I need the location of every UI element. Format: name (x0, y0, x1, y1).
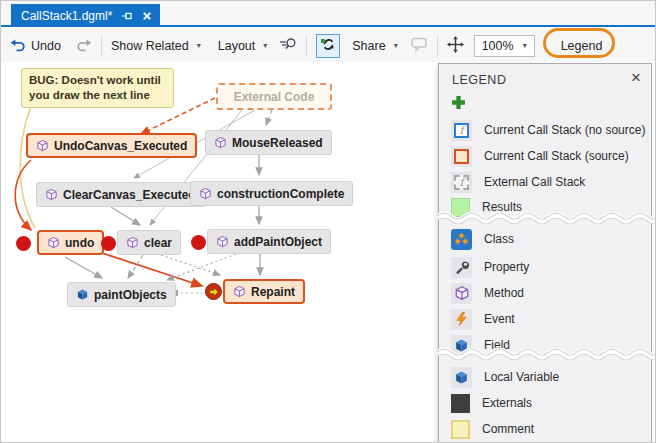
tab-title: CallStack1.dgml* (21, 9, 112, 23)
node-label: constructionComplete (217, 187, 344, 201)
current-line-marker-icon[interactable] (205, 283, 222, 300)
chevron-down-icon: ▾ (197, 41, 201, 50)
legend-title: LEGEND (452, 73, 506, 87)
legend-item-externals[interactable]: Externals (439, 390, 651, 416)
redo-button[interactable] (76, 37, 92, 55)
node-constructioncomplete[interactable]: constructionComplete (190, 181, 353, 206)
node-label: paintObjects (94, 288, 167, 302)
callstack-source-icon (451, 146, 472, 167)
legend-item-label: Current Call Stack (source) (484, 149, 629, 163)
method-icon (216, 235, 229, 248)
legend-item-external-callstack[interactable]: f External Call Stack (439, 169, 651, 195)
undo-icon (10, 37, 26, 55)
node-addpaintobject[interactable]: addPaintObject (207, 229, 331, 254)
node-label: UndoCanvas_Executed (54, 139, 187, 153)
method-icon (36, 139, 49, 152)
node-external-code[interactable]: External Code (216, 83, 332, 110)
method-icon (47, 236, 60, 249)
legend-item-comment[interactable]: Comment (439, 416, 651, 442)
close-icon[interactable]: × (142, 8, 151, 23)
field-icon (76, 288, 89, 301)
neighborhood-zoom-button[interactable] (278, 36, 297, 55)
external-callstack-icon: f (451, 172, 472, 193)
node-undocanvas-executed[interactable]: UndoCanvas_Executed (26, 133, 197, 158)
node-label: addPaintObject (234, 235, 322, 249)
zoom-value: 100% (482, 39, 514, 53)
comment-bubble-icon (411, 37, 428, 55)
property-icon (451, 257, 472, 278)
node-mousereleased[interactable]: MouseReleased (205, 130, 332, 155)
legend-item-label: Method (484, 286, 524, 300)
toolbar-separator (101, 36, 102, 56)
comment-button-disabled[interactable] (411, 37, 428, 55)
node-label: undo (65, 236, 94, 250)
node-clear[interactable]: clear (117, 230, 181, 255)
pan-button[interactable] (447, 36, 464, 56)
breakpoint-icon[interactable] (101, 236, 116, 251)
legend-item-label: Comment (482, 422, 534, 436)
legend-item-label: Property (484, 260, 529, 274)
legend-item-current-callstack-source[interactable]: Current Call Stack (source) (439, 143, 651, 169)
close-icon[interactable]: × (631, 69, 641, 86)
node-clearcanvas-executed[interactable]: ClearCanvas_Executed (36, 182, 205, 207)
chevron-down-icon: ▾ (394, 41, 398, 50)
legend-item-current-callstack-no-source[interactable]: f Current Call Stack (no source) (439, 117, 651, 143)
node-paintobjects[interactable]: paintObjects (67, 282, 176, 307)
comment-text: BUG: Doesn't work until you draw the nex… (29, 74, 161, 101)
layout-label: Layout (218, 39, 256, 53)
legend-item-label: External Call Stack (484, 175, 585, 189)
pan-icon (447, 36, 464, 56)
callstack-no-source-icon: f (451, 120, 472, 141)
sync-toggle-button[interactable] (316, 34, 340, 58)
method-icon (199, 187, 212, 200)
method-icon (233, 285, 246, 298)
toolbar: Undo Show Related ▾ Layout ▾ (1, 29, 655, 62)
legend-item-event[interactable]: Event (439, 306, 651, 332)
breakpoint-icon[interactable] (191, 235, 206, 250)
legend-item-label: Local Variable (484, 370, 559, 384)
method-icon (45, 188, 58, 201)
pin-icon[interactable] (121, 10, 133, 22)
node-undo[interactable]: undo (37, 230, 104, 255)
plus-icon (451, 95, 466, 110)
legend-item-local-variable[interactable]: Local Variable (439, 364, 651, 390)
legend-item-property[interactable]: Property (439, 254, 651, 280)
node-repaint[interactable]: Repaint (223, 279, 305, 304)
legend-item-class[interactable]: Class (439, 226, 651, 252)
redo-icon (76, 37, 92, 55)
zoom-level-dropdown[interactable]: 100% ▾ (474, 35, 535, 57)
tab-strip: CallStack1.dgml* × (1, 1, 655, 27)
dgml-editor-window: CallStack1.dgml* × Undo Show Related ▾ L… (0, 0, 656, 443)
node-label: External Code (234, 90, 315, 104)
method-icon (214, 136, 227, 149)
legend-item-method[interactable]: Method (439, 280, 651, 306)
legend-item-label: Event (484, 312, 515, 326)
node-label: ClearCanvas_Executed (63, 188, 196, 202)
node-label: clear (144, 236, 172, 250)
torn-separator (437, 348, 655, 360)
undo-button[interactable]: Undo (10, 37, 61, 55)
legend-item-label: Current Call Stack (no source) (484, 123, 645, 137)
toolbar-separator (306, 36, 307, 56)
add-legend-item-button[interactable] (451, 95, 466, 114)
show-related-dropdown[interactable]: Show Related ▾ (111, 39, 201, 53)
share-dropdown[interactable]: Share ▾ (352, 39, 397, 53)
legend-button-wrap: Legend (555, 37, 609, 55)
document-tab[interactable]: CallStack1.dgml* × (11, 4, 160, 27)
legend-panel: LEGEND × f Current Call Stack (no source… (438, 63, 652, 443)
method-icon (126, 236, 139, 249)
breakpoint-icon[interactable] (16, 236, 31, 251)
event-icon (451, 309, 472, 330)
toolbar-separator (437, 36, 438, 56)
externals-swatch (451, 394, 470, 413)
legend-item-label: Class (484, 232, 514, 246)
chevron-down-icon: ▾ (523, 41, 527, 50)
show-related-label: Show Related (111, 39, 189, 53)
undo-label: Undo (31, 39, 61, 53)
local-variable-icon (451, 367, 472, 388)
legend-button[interactable]: Legend (555, 37, 609, 55)
layout-dropdown[interactable]: Layout ▾ (218, 39, 268, 53)
class-icon (451, 229, 472, 250)
comment-node[interactable]: BUG: Doesn't work until you draw the nex… (21, 68, 174, 108)
comment-swatch (451, 420, 470, 439)
